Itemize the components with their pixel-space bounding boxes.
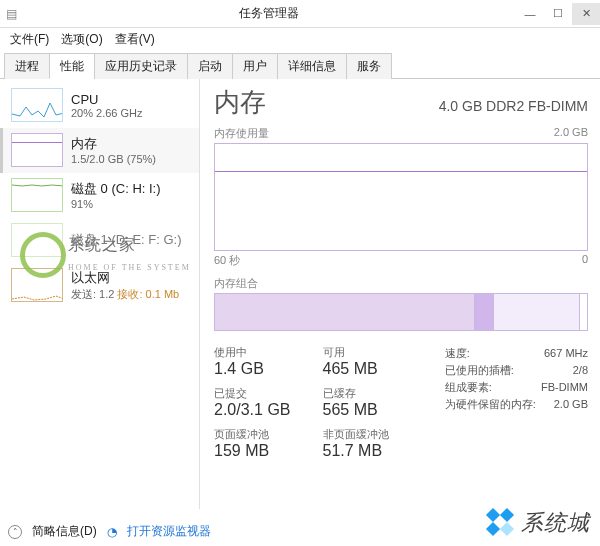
window-controls: — ☐ ✕: [516, 3, 600, 25]
sidebar-label: 磁盘 0 (C: H: I:): [71, 180, 161, 198]
menubar: 文件(F) 选项(O) 查看(V): [0, 28, 600, 50]
tabs: 进程 性能 应用历史记录 启动 用户 详细信息 服务: [0, 52, 600, 79]
tab-startup[interactable]: 启动: [187, 53, 233, 79]
tab-app-history[interactable]: 应用历史记录: [94, 53, 188, 79]
tab-services[interactable]: 服务: [346, 53, 392, 79]
graph-ymax: 2.0 GB: [554, 126, 588, 141]
tab-performance[interactable]: 性能: [49, 53, 95, 79]
stat-paged-pool: 页面缓冲池 159 MB: [214, 427, 291, 460]
tab-users[interactable]: 用户: [232, 53, 278, 79]
stat-committed: 已提交 2.0/3.1 GB: [214, 386, 291, 419]
sidebar: CPU 20% 2.66 GHz 内存 1.5/2.0 GB (75%) 磁盘 …: [0, 79, 200, 509]
menu-view[interactable]: 查看(V): [111, 30, 159, 49]
page-title: 内存: [214, 85, 266, 120]
memory-spec: 4.0 GB DDR2 FB-DIMM: [439, 98, 588, 114]
monitor-icon: ◔: [107, 525, 117, 539]
app-icon: ▤: [0, 7, 22, 21]
tab-details[interactable]: 详细信息: [277, 53, 347, 79]
watermark-brand1: 系统之家HOME OF THE SYSTEM: [68, 235, 191, 274]
menu-file[interactable]: 文件(F): [6, 30, 53, 49]
sidebar-sub: 发送: 1.2 接收: 0.1 Mb: [71, 287, 179, 302]
diamond-logo-icon: [487, 509, 515, 537]
body: CPU 20% 2.66 GHz 内存 1.5/2.0 GB (75%) 磁盘 …: [0, 79, 600, 509]
stats-area: 使用中 1.4 GB 可用 465 MB 已提交 2.0/3.1 GB 已缓存 …: [214, 345, 588, 460]
menu-options[interactable]: 选项(O): [57, 30, 106, 49]
stats-right: 速度:667 MHz 已使用的插槽:2/8 组成要素:FB-DIMM 为硬件保留…: [445, 345, 588, 460]
cpu-sparkline-icon: [11, 88, 63, 122]
graph-x-labels: 60 秒 0: [214, 253, 588, 268]
stats-grid: 使用中 1.4 GB 可用 465 MB 已提交 2.0/3.1 GB 已缓存 …: [214, 345, 389, 460]
sidebar-item-cpu[interactable]: CPU 20% 2.66 GHz: [0, 83, 199, 128]
sidebar-item-memory[interactable]: 内存 1.5/2.0 GB (75%): [0, 128, 199, 173]
watermark-circle-icon: [20, 232, 66, 278]
composition-caption: 内存组合: [214, 276, 588, 291]
stat-cached: 已缓存 565 MB: [323, 386, 389, 419]
brief-info-link[interactable]: 简略信息(D): [32, 523, 97, 540]
window-title: 任务管理器: [22, 5, 516, 22]
sidebar-sub: 20% 2.66 GHz: [71, 107, 143, 119]
watermark-brand2: 系统城: [487, 508, 590, 538]
memory-sparkline-icon: [11, 133, 63, 167]
panel-header: 内存 4.0 GB DDR2 FB-DIMM: [214, 85, 588, 120]
sidebar-sub: 1.5/2.0 GB (75%): [71, 153, 156, 165]
main-panel: 内存 4.0 GB DDR2 FB-DIMM 内存使用量 2.0 GB 60 秒…: [200, 79, 600, 509]
open-resource-monitor-link[interactable]: 打开资源监视器: [127, 523, 211, 540]
memory-usage-graph: [214, 143, 588, 251]
footer: ˄ 简略信息(D) ◔ 打开资源监视器: [8, 523, 211, 540]
titlebar: ▤ 任务管理器 — ☐ ✕: [0, 0, 600, 28]
graph-top-labels: 内存使用量 2.0 GB: [214, 126, 588, 141]
stat-nonpaged-pool: 非页面缓冲池 51.7 MB: [323, 427, 389, 460]
chevron-up-icon[interactable]: ˄: [8, 525, 22, 539]
graph-caption: 内存使用量: [214, 126, 269, 141]
minimize-button[interactable]: —: [516, 3, 544, 25]
x-right: 0: [582, 253, 588, 268]
stat-available: 可用 465 MB: [323, 345, 389, 378]
disk-sparkline-icon: [11, 178, 63, 212]
stat-in-use: 使用中 1.4 GB: [214, 345, 291, 378]
maximize-button[interactable]: ☐: [544, 3, 572, 25]
sidebar-item-disk0[interactable]: 磁盘 0 (C: H: I:) 91%: [0, 173, 199, 218]
sidebar-label: 内存: [71, 135, 156, 153]
sidebar-sub: 91%: [71, 198, 161, 210]
sidebar-label: CPU: [71, 92, 143, 107]
tab-processes[interactable]: 进程: [4, 53, 50, 79]
memory-composition-bar: [214, 293, 588, 331]
x-left: 60 秒: [214, 253, 240, 268]
close-button[interactable]: ✕: [572, 3, 600, 25]
